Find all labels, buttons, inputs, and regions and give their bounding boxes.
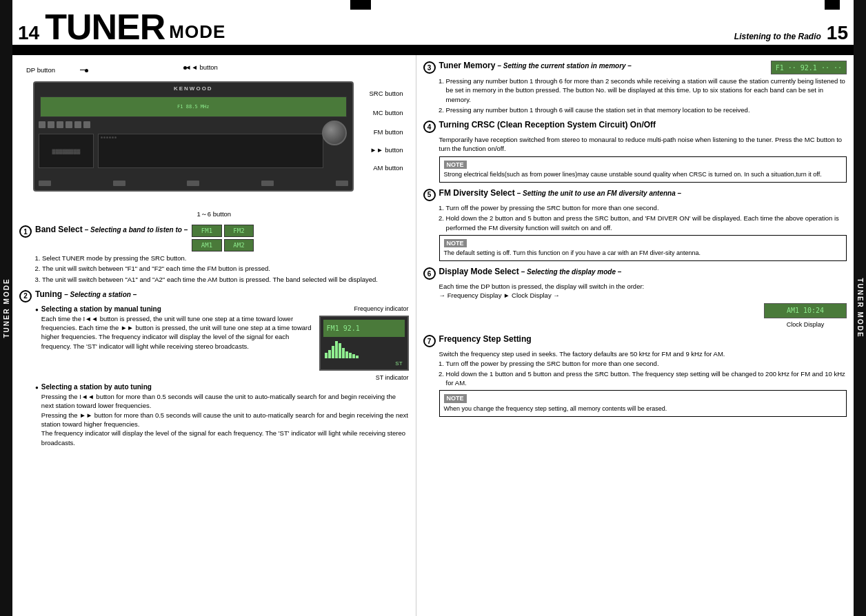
rewind-button-label: ◄◄ button: [185, 63, 218, 71]
device-buttons-row: [39, 121, 90, 128]
top-bar: [12, 47, 854, 55]
tape-label: ▓▓▓▓▓▓▓▓: [52, 149, 81, 154]
section4-title: Turning CRSC (Clean Reception System Cir…: [439, 120, 656, 130]
section7-note-label: NOTE: [444, 394, 467, 403]
section7-steps: Turn off the power by pressing the SRC b…: [446, 359, 847, 388]
bottom-btn2[interactable]: [113, 181, 125, 186]
bottom-btn1[interactable]: [39, 181, 51, 186]
band-am1-label: AM1: [194, 242, 219, 249]
section2-number: 2: [19, 290, 32, 302]
section2-body: Selecting a station by manual tuning Eac…: [35, 305, 409, 447]
section6-flow: → Frequency Display ► Clock Display →: [439, 291, 847, 300]
section4-body: Temporarily have reception switched from…: [439, 135, 847, 183]
header: 14 TUNER MODE Listening to the Radio 15: [12, 0, 854, 47]
btn4[interactable]: [66, 121, 72, 128]
section5-subtitle: – Setting the unit to use an FM diversit…: [517, 189, 681, 197]
auto-tuning-bullet: Selecting a station by auto tuning Press…: [35, 382, 409, 447]
bar5: [339, 343, 341, 358]
section2-manual-block: Selecting a station by manual tuning Eac…: [35, 305, 409, 382]
section1-step1: Select TUNER mode by pressing the SRC bu…: [42, 254, 409, 263]
btn1[interactable]: [39, 121, 46, 128]
clock-text: AM1 10:24: [787, 307, 824, 314]
bar2: [328, 350, 331, 358]
header-subtitle-right: Listening to the Radio: [734, 32, 821, 45]
section1-number: 1: [19, 225, 32, 238]
band-cell-fm1: FM1: [192, 225, 222, 237]
auto-tuning-title: Selecting a station by auto tuning: [41, 383, 152, 391]
bar8: [349, 353, 352, 358]
body-area: DP button ◄◄ button KENWOOD F1 88.5: [12, 55, 854, 616]
section3-title: Tuner Memory: [439, 61, 496, 70]
auto-text3: The frequency indicator will display the…: [41, 429, 409, 447]
section7-title: Frequency Step Setting: [439, 334, 532, 344]
bar3: [332, 346, 334, 358]
section2-subtitle: – Selecting a station –: [64, 291, 137, 298]
section6-header: 6 Display Mode Select – Selecting the di…: [423, 267, 847, 280]
section-display-mode: 6 Display Mode Select – Selecting the di…: [423, 267, 847, 329]
btn2[interactable]: [48, 121, 54, 128]
section5-steps: Turn off the power by pressing the SRC b…: [446, 203, 847, 232]
src-button-label: SRC button: [369, 90, 403, 97]
section4-note-label: NOTE: [444, 161, 467, 170]
btn6[interactable]: [83, 121, 90, 128]
main-content: 14 TUNER MODE Listening to the Radio 15 …: [12, 0, 854, 616]
bar7: [345, 351, 348, 358]
band-fm1-label: FM1: [194, 227, 219, 234]
section3-step2: Pressing any number button 1 through 6 w…: [446, 105, 847, 114]
section6-number: 6: [423, 267, 436, 280]
bottom-btn3[interactable]: [187, 181, 199, 186]
section3-subtitle: – Setting the current station in memory …: [497, 62, 631, 70]
section3-body: Pressing any number button 1 through 6 f…: [439, 76, 847, 114]
btn3[interactable]: [57, 121, 63, 128]
section7-note: NOTE When you change the frequency step …: [439, 390, 847, 416]
section6-flow-text: Frequency Display ► Clock Display →: [447, 291, 560, 299]
manual-tuning-bullet: Selecting a station by manual tuning Eac…: [35, 305, 314, 351]
tape-area: ▓▓▓▓▓▓▓▓: [39, 134, 94, 168]
section4-note: NOTE Strong electrical fields(such as fr…: [439, 156, 847, 183]
section5-step1: Turn off the power by pressing the SRC b…: [446, 203, 847, 212]
manual-tuning-title: Selecting a station by manual tuning: [41, 305, 161, 313]
band-display: FM1 FM2 AM1 AM2: [192, 225, 254, 251]
btn5[interactable]: [74, 121, 81, 128]
title-main: TUNER: [45, 9, 165, 45]
brand-label: KENWOOD: [174, 85, 213, 92]
section4-text: Temporarily have reception switched from…: [439, 135, 847, 154]
ff-button-label: ►► button: [370, 146, 403, 154]
section-tuning: 2 Tuning – Selecting a station –: [19, 289, 409, 447]
auto-text2: Pressing the ►► button for more than 0.5…: [41, 411, 409, 429]
section6-text: Each time the DP button is pressed, the …: [439, 282, 847, 291]
bar10: [356, 356, 359, 358]
bar9: [352, 354, 355, 358]
right-border: TUNER MODE: [854, 0, 866, 616]
display-text: F1 88.5 MHz: [177, 104, 209, 110]
section3-number: 3: [423, 61, 436, 74]
bottom-btn4[interactable]: [261, 181, 274, 186]
section1-title-block: Band Select – Selecting a band to listen…: [35, 225, 188, 234]
mc-button-label: MC button: [373, 109, 403, 116]
section1-subtitle: – Selecting a band to listen to –: [85, 226, 188, 234]
st-indicator-label: ST indicator: [319, 373, 409, 382]
manual-tuning-content: Selecting a station by manual tuning Eac…: [41, 305, 314, 351]
speaker-grille: [99, 134, 323, 141]
section6-title: Display Mode Select: [439, 267, 519, 276]
freq-box: FM1 92.1: [319, 316, 409, 371]
right-column: 3 Tuner Memory – Setting the current sta…: [416, 55, 854, 616]
page-container: TUNER MODE 14 TUNER MODE Listening to th…: [0, 0, 866, 616]
section7-header: 7 Frequency Step Setting: [423, 334, 847, 347]
section5-note: NOTE The default setting is off. Turn th…: [439, 235, 847, 261]
device-display: F1 88.5 MHz: [40, 96, 347, 117]
device-body: KENWOOD F1 88.5 MHz: [33, 81, 354, 192]
section1-step2: The unit will switch between "F1" and "F…: [42, 264, 409, 273]
section3-steps: Pressing any number button 1 through 6 f…: [446, 76, 847, 114]
section5-number: 5: [423, 189, 436, 201]
section5-note-label: NOTE: [444, 239, 467, 248]
page-number-left: 14: [18, 23, 39, 45]
clock-display-block: AM1 10:24 Clock Display: [439, 303, 847, 329]
auto-tuning-content: Selecting a station by auto tuning Press…: [41, 382, 409, 447]
volume-knob[interactable]: [322, 121, 347, 145]
section-freq-step: 7 Frequency Step Setting Switch the freq…: [423, 334, 847, 416]
left-border: TUNER MODE: [0, 0, 12, 616]
section1-step3: The unit will switch between "A1" and "A…: [42, 275, 409, 284]
section2-title-block: Tuning – Selecting a station –: [35, 289, 137, 299]
bottom-btn5[interactable]: [336, 181, 348, 186]
